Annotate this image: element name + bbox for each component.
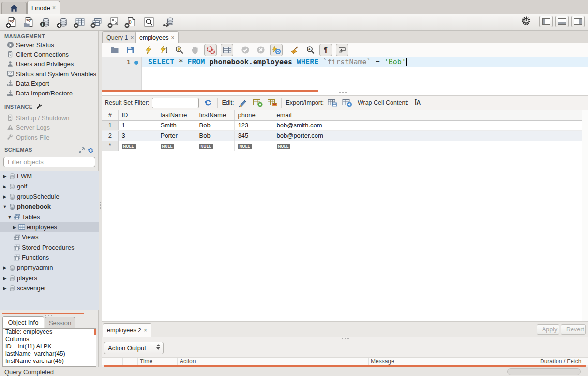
open-sql-script-icon[interactable]: SQL <box>22 16 34 29</box>
find-icon[interactable]: A <box>305 45 316 55</box>
updates-gear-icon[interactable] <box>521 16 531 27</box>
expander-icon[interactable]: ▶ <box>12 225 17 230</box>
sidebar-item-options-file[interactable]: Options File <box>0 132 99 142</box>
reconnect-dbms-icon[interactable] <box>162 16 175 29</box>
sql-editor[interactable]: 1 SELECT * FROM phonebook.employees WHER… <box>102 57 588 95</box>
save-script-icon[interactable] <box>125 45 136 55</box>
cell-null[interactable]: NULL <box>196 141 234 151</box>
editor-result-splitter-grip[interactable] <box>339 92 347 93</box>
tab-query-1[interactable]: Query 1× <box>102 31 138 43</box>
tab-object-info[interactable]: Object Info <box>2 316 44 328</box>
execute-current-statement-icon[interactable] <box>159 45 169 55</box>
table-export-icon[interactable] <box>328 98 338 108</box>
result-filter-input[interactable] <box>152 98 199 108</box>
sidebar-item-status-system-variables[interactable]: Status and System Variables <box>0 69 99 78</box>
output-col-message[interactable]: Message <box>371 358 394 365</box>
connection-tab[interactable]: Linode × <box>27 1 60 14</box>
sql-code-line[interactable]: SELECT * FROM phonebook.employees WHERE … <box>148 58 407 66</box>
tree-node-golf[interactable]: ▶golf <box>0 181 99 191</box>
insert-row-icon[interactable] <box>252 98 263 108</box>
expander-icon[interactable]: ▼ <box>2 204 7 209</box>
create-procedure-icon[interactable] <box>106 16 119 29</box>
sidebar-item-client-connections[interactable]: Client Connections <box>0 49 99 59</box>
tree-node-views[interactable]: Views <box>0 232 99 242</box>
cell-id[interactable]: 1 <box>118 120 157 130</box>
column-header-hash[interactable]: # <box>102 110 118 120</box>
tab-close-icon[interactable]: × <box>144 327 147 334</box>
tab-employees[interactable]: employees× <box>135 31 179 43</box>
schema-filter[interactable] <box>3 157 95 167</box>
wrap-text-icon[interactable] <box>336 44 348 56</box>
expander-icon[interactable]: ▶ <box>2 276 7 281</box>
tab-session[interactable]: Session <box>45 317 75 328</box>
output-col-action[interactable]: Action <box>180 358 196 365</box>
output-splitter-grip[interactable] <box>342 338 349 339</box>
expand-schemas-panel-icon[interactable] <box>79 147 85 153</box>
instance-config-icon[interactable] <box>36 103 43 110</box>
schema-inspector-icon[interactable]: i <box>39 16 51 29</box>
tree-node-groupschedule[interactable]: ▶groupSchedule <box>0 191 99 202</box>
column-header-lastname[interactable]: lastName <box>157 110 196 120</box>
refresh-schemas-icon[interactable] <box>88 147 94 154</box>
tab-result-employees-2[interactable]: employees 2 × <box>103 323 151 337</box>
sidebar-main-splitter[interactable] <box>99 31 102 367</box>
expander-icon[interactable]: ▶ <box>2 266 7 270</box>
tree-node-scavenger[interactable]: ▶scavenger <box>0 283 99 293</box>
delete-row-icon[interactable] <box>267 98 277 108</box>
show-invisible-characters-icon[interactable]: ¶ <box>319 44 332 56</box>
cell-firstname[interactable]: Bob <box>196 120 234 130</box>
open-file-icon[interactable] <box>109 45 120 55</box>
table-import-icon[interactable] <box>342 98 353 108</box>
cell-firstname[interactable]: Bob <box>196 130 234 141</box>
sidebar-item-data-export[interactable]: Data Export <box>0 78 99 88</box>
output-col-duration[interactable]: Duration / Fetch <box>540 358 581 365</box>
new-query-tab-icon[interactable]: SQL <box>5 16 17 29</box>
tree-node-phpmyadmin[interactable]: ▶phpmyadmin <box>0 263 99 273</box>
sidebar-item-server-status[interactable]: Server Status <box>0 40 99 49</box>
execute-query-icon[interactable] <box>143 45 154 55</box>
stop-query-icon[interactable] <box>190 45 200 55</box>
schema-filter-input[interactable] <box>8 158 93 166</box>
result-grid-scrollbar[interactable] <box>582 110 588 321</box>
search-table-data-icon[interactable] <box>143 16 155 29</box>
create-table-icon[interactable] <box>73 16 85 29</box>
tree-node-players[interactable]: ▶players <box>0 273 99 283</box>
home-tab[interactable] <box>1 2 27 14</box>
sidebar-splitter-grip[interactable] <box>45 315 52 316</box>
edit-record-icon[interactable] <box>238 98 248 108</box>
output-selector[interactable]: Action Output <box>104 342 164 354</box>
cell-phone[interactable]: 123 <box>234 120 273 130</box>
cell-null[interactable]: NULL <box>118 141 157 151</box>
apply-button[interactable]: Apply <box>537 324 559 335</box>
toggle-autocommit-icon[interactable] <box>270 44 283 56</box>
expander-icon[interactable]: ▼ <box>7 215 12 219</box>
cell-null[interactable]: NULL <box>234 141 273 151</box>
tab-close-icon[interactable]: × <box>130 34 134 41</box>
tree-node-employees[interactable]: ▶employees <box>0 222 99 232</box>
table-row[interactable]: 2 3 Porter Bob 345 bob@porter.com <box>102 130 582 141</box>
sidebar-item-startup-shutdown[interactable]: Startup / Shutdown <box>0 113 99 123</box>
selector-spinner-icon[interactable] <box>156 344 160 350</box>
tree-node-tables[interactable]: ▼Tables <box>0 212 99 222</box>
tree-node-phonebook[interactable]: ▼phonebook <box>0 202 99 212</box>
cell-email[interactable]: bob@smith.com <box>273 120 582 130</box>
revert-button[interactable]: Revert <box>561 324 586 335</box>
expander-icon[interactable]: ▶ <box>2 184 7 189</box>
cell-lastname[interactable]: Smith <box>157 120 196 130</box>
create-function-icon[interactable]: {) <box>123 16 136 29</box>
table-row[interactable]: 1 1 Smith Bob 123 bob@smith.com <box>102 120 582 130</box>
cell-null[interactable]: NULL <box>157 141 196 151</box>
toggle-right-sidebar-button[interactable] <box>571 16 585 27</box>
cell-lastname[interactable]: Porter <box>157 130 196 141</box>
cell-id[interactable]: 3 <box>118 130 157 141</box>
beautify-script-icon[interactable] <box>289 45 300 55</box>
sidebar-item-users-privileges[interactable]: Users and Privileges <box>0 59 99 69</box>
tree-node-functions[interactable]: Functions <box>0 252 99 263</box>
toggle-stop-on-error-icon[interactable] <box>204 44 217 56</box>
output-col-time[interactable]: Time <box>140 358 152 365</box>
create-view-icon[interactable] <box>90 16 102 29</box>
explain-plan-icon[interactable] <box>174 45 185 55</box>
column-header-firstname[interactable]: firstName <box>196 110 234 120</box>
expander-icon[interactable]: ▶ <box>2 174 7 179</box>
horizontal-scrollbar-thumb[interactable] <box>507 368 581 375</box>
